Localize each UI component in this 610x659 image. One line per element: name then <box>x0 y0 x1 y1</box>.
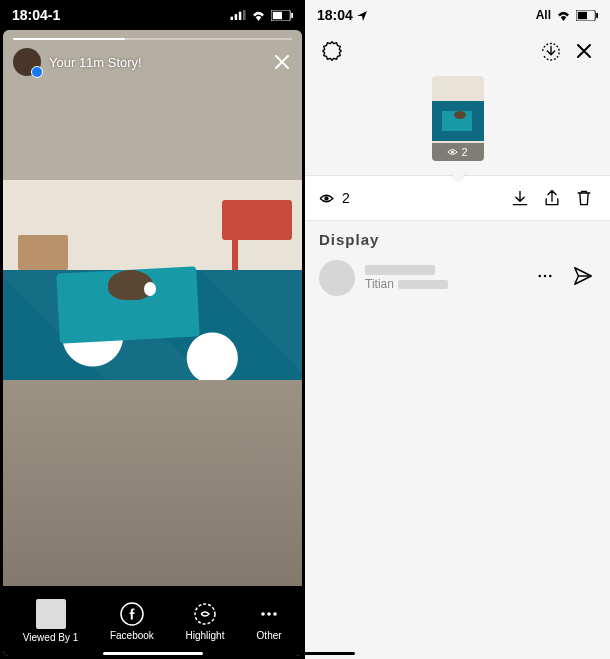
story-thumbnail-wrap: 2 <box>305 72 610 175</box>
svg-rect-14 <box>578 11 587 18</box>
viewed-by-button[interactable]: Viewed By 1 <box>23 599 78 643</box>
viewer-thumb-icon <box>36 599 66 629</box>
facebook-share-button[interactable]: Facebook <box>110 601 154 641</box>
download-icon <box>510 188 530 208</box>
thumb-view-count: 2 <box>432 143 484 161</box>
close-icon <box>272 52 292 72</box>
story-header: Your 11m Story! <box>13 48 292 76</box>
svg-rect-1 <box>235 14 238 20</box>
facebook-icon <box>120 602 144 626</box>
status-time: 18:04 <box>317 7 353 23</box>
story-image <box>3 180 302 380</box>
status-bar-right: 18:04 All <box>305 0 610 30</box>
svg-point-8 <box>195 604 215 624</box>
save-all-button[interactable] <box>538 38 564 64</box>
story-title: Your 11m Story! <box>49 55 142 70</box>
delete-button[interactable] <box>572 186 596 210</box>
location-icon <box>357 11 367 21</box>
viewer-avatar[interactable] <box>319 260 355 296</box>
viewer-more-button[interactable] <box>534 265 556 291</box>
story-viewers-panel: 18:04 All 2 2 <box>305 0 610 659</box>
signal-label: All <box>536 8 551 22</box>
close-viewers-button[interactable] <box>572 39 596 63</box>
wifi-icon <box>556 10 571 21</box>
svg-point-16 <box>324 196 328 200</box>
battery-icon <box>576 10 598 21</box>
section-header: Display <box>305 221 610 254</box>
svg-point-9 <box>261 612 265 616</box>
views-count: 2 <box>342 190 350 206</box>
status-icons: All <box>536 8 598 22</box>
story-thumbnail[interactable]: 2 <box>432 76 484 161</box>
trash-icon <box>574 188 594 208</box>
more-icon <box>536 267 554 285</box>
story-container[interactable]: Your 11m Story! Viewed By 1 Faceb <box>3 30 302 656</box>
battery-icon <box>271 10 293 21</box>
close-icon <box>574 41 594 61</box>
svg-point-19 <box>549 275 552 278</box>
eye-icon <box>319 193 334 204</box>
home-indicator[interactable] <box>255 652 355 655</box>
viewer-row[interactable]: Titian <box>305 254 610 302</box>
download-button[interactable] <box>508 186 532 210</box>
svg-point-15 <box>451 150 454 153</box>
story-view-panel: 18:04-1 Your 11m Story! <box>0 0 305 659</box>
story-footer: Viewed By 1 Facebook Highlight Other <box>3 586 302 656</box>
more-button[interactable]: Other <box>256 601 282 641</box>
highlight-button[interactable]: Highlight <box>186 601 225 641</box>
svg-rect-6 <box>273 11 282 18</box>
story-progress-bar <box>13 38 292 40</box>
svg-rect-3 <box>243 10 246 20</box>
gear-badge-icon <box>321 40 343 62</box>
status-icons <box>230 10 293 21</box>
eye-icon <box>447 148 458 156</box>
more-icon <box>257 602 281 626</box>
status-bar-left: 18:04-1 <box>0 0 305 30</box>
views-actions-row: 2 <box>305 175 610 221</box>
svg-point-10 <box>267 612 271 616</box>
svg-rect-5 <box>291 12 293 18</box>
svg-rect-2 <box>239 12 242 20</box>
svg-point-17 <box>538 275 541 278</box>
wifi-icon <box>251 10 266 21</box>
signal-icon <box>230 10 246 20</box>
viewer-subname: Titian <box>365 277 394 291</box>
svg-rect-0 <box>231 17 234 20</box>
thumbnail-pointer <box>450 173 466 181</box>
close-story-button[interactable] <box>272 52 292 72</box>
avatar[interactable] <box>13 48 41 76</box>
svg-point-11 <box>273 612 277 616</box>
share-button[interactable] <box>540 186 564 210</box>
highlight-icon <box>193 602 217 626</box>
send-message-button[interactable] <box>570 263 596 293</box>
svg-point-18 <box>544 275 547 278</box>
home-indicator[interactable] <box>103 652 203 655</box>
send-icon <box>572 265 594 287</box>
viewer-text: Titian <box>365 265 524 291</box>
viewers-top-bar <box>305 30 610 72</box>
svg-rect-13 <box>596 12 598 18</box>
status-time: 18:04-1 <box>12 7 60 23</box>
settings-button[interactable] <box>319 38 345 64</box>
viewer-name-redacted <box>365 265 435 275</box>
viewer-subname-redacted <box>398 280 448 289</box>
download-circle-icon <box>540 40 562 62</box>
share-icon <box>542 188 562 208</box>
